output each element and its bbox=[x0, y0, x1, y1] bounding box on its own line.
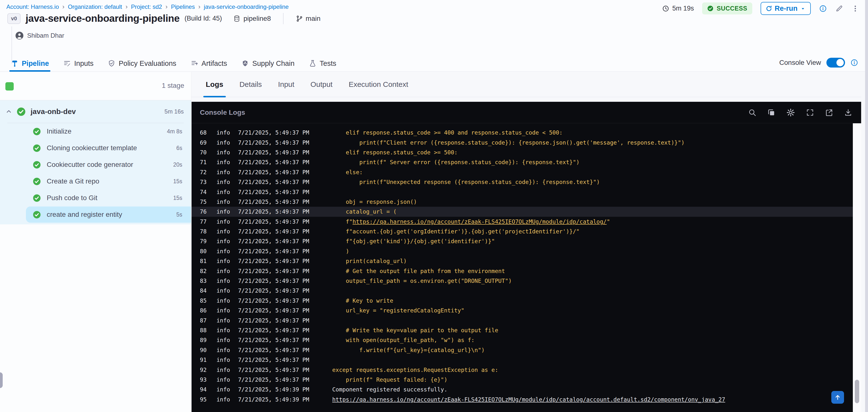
stage-name: java-onb-dev bbox=[31, 107, 76, 116]
chevron-up-icon[interactable] bbox=[5, 108, 12, 115]
breadcrumb-item-account-harness-io[interactable]: Account: Harness.io bbox=[6, 3, 59, 10]
log-line-number: 70 bbox=[200, 149, 211, 156]
log-level: info bbox=[217, 248, 230, 254]
log-line-number: 92 bbox=[200, 367, 211, 373]
log-text: obj = response.json() bbox=[332, 199, 417, 205]
log-text: # Write the key=value pair to the output… bbox=[332, 327, 498, 334]
tab-label: Inputs bbox=[74, 59, 93, 67]
log-timestamp: 7/21/2025, 5:49:37 PM bbox=[238, 199, 326, 205]
left-panel-handle[interactable] bbox=[0, 372, 3, 388]
detail-tab-output[interactable]: Output bbox=[310, 72, 333, 97]
log-line-74: 74info7/21/2025, 5:49:37 PM bbox=[191, 187, 853, 197]
log-text: Component registered successfully. bbox=[332, 386, 447, 393]
step-duration: 20s bbox=[173, 161, 182, 168]
log-line-number: 83 bbox=[200, 278, 211, 284]
step-row-create-and-register-entity[interactable]: create and register entity5s bbox=[0, 206, 191, 223]
step-success-icon bbox=[33, 161, 41, 169]
search-icon[interactable] bbox=[748, 108, 756, 117]
log-level: info bbox=[217, 238, 230, 245]
step-row-cloning-cookiecutter-template[interactable]: Cloning cookiecutter template6s bbox=[0, 140, 191, 156]
log-line-number: 79 bbox=[200, 238, 211, 245]
step-row-create-a-git-repo[interactable]: Create a Git repo15s bbox=[0, 173, 191, 190]
execution-sidebar: 1 stage java-onb-dev 5m 16s Initialize4m… bbox=[0, 72, 191, 412]
log-text: f.write(f"{url_key}={catalog_url}\n") bbox=[332, 347, 485, 353]
branch-chip[interactable]: main bbox=[296, 15, 320, 23]
log-line-number: 81 bbox=[200, 258, 211, 264]
copy-icon[interactable] bbox=[767, 108, 776, 117]
step-name: Push code to Git bbox=[47, 194, 97, 202]
step-row-cookiecutter-code-generator[interactable]: Cookiecutter code generator20s bbox=[0, 156, 191, 173]
stage-row-java-onb-dev[interactable]: java-onb-dev 5m 16s bbox=[0, 100, 191, 123]
clock-icon bbox=[662, 5, 669, 12]
log-line-number: 78 bbox=[200, 228, 211, 234]
console-view-toggle[interactable] bbox=[827, 58, 845, 67]
tab-policy-evaluations[interactable]: Policy Evaluations bbox=[107, 55, 176, 71]
tab-artifacts[interactable]: Artifacts bbox=[191, 55, 227, 71]
tab-pipeline[interactable]: Pipeline bbox=[11, 55, 49, 71]
fullscreen-icon[interactable] bbox=[806, 108, 814, 117]
tab-inputs[interactable]: Inputs bbox=[63, 55, 93, 71]
tab-supply-chain[interactable]: Supply Chain bbox=[241, 55, 294, 71]
log-level: info bbox=[217, 189, 230, 195]
log-timestamp: 7/21/2025, 5:49:37 PM bbox=[238, 307, 326, 314]
log-line-78: 78info7/21/2025, 5:49:37 PM f"account.{o… bbox=[191, 227, 853, 236]
log-line-69: 69info7/21/2025, 5:49:37 PM print(f"Clie… bbox=[191, 137, 853, 147]
step-duration: 15s bbox=[173, 178, 182, 185]
log-level: info bbox=[217, 258, 230, 264]
page-scrollbar[interactable] bbox=[865, 0, 868, 412]
log-timestamp: 7/21/2025, 5:49:37 PM bbox=[238, 248, 326, 254]
log-timestamp: 7/21/2025, 5:49:37 PM bbox=[238, 287, 326, 294]
breadcrumb-item-project-sd2[interactable]: Project: sd2 bbox=[131, 3, 162, 10]
log-line-number: 94 bbox=[200, 386, 211, 393]
log-level: info bbox=[217, 287, 230, 294]
triggered-by: Shibam Dhar bbox=[15, 31, 64, 40]
info-icon[interactable] bbox=[819, 5, 827, 12]
kebab-menu-icon[interactable] bbox=[851, 5, 859, 12]
pipeline-chip[interactable]: pipeline8 bbox=[233, 15, 271, 23]
status-badge: SUCCESS bbox=[702, 2, 752, 14]
log-level: info bbox=[217, 327, 230, 334]
detail-tab-logs[interactable]: Logs bbox=[206, 72, 223, 97]
log-line-number: 80 bbox=[200, 248, 211, 254]
scroll-to-top-button[interactable] bbox=[831, 391, 844, 404]
breadcrumb-item-organization-default[interactable]: Organization: default bbox=[68, 3, 122, 10]
log-level: info bbox=[217, 199, 230, 205]
detail-tab-details[interactable]: Details bbox=[240, 72, 262, 97]
log-line-68: 68info7/21/2025, 5:49:37 PM elif respons… bbox=[191, 128, 853, 137]
log-line-number: 87 bbox=[200, 317, 211, 324]
log-timestamp: 7/21/2025, 5:49:37 PM bbox=[238, 268, 326, 274]
breadcrumb-separator: › bbox=[198, 3, 200, 10]
step-row-push-code-to-git[interactable]: Push code to Git15s bbox=[0, 190, 191, 206]
log-line-73: 73info7/21/2025, 5:49:37 PM print(f"Unex… bbox=[191, 177, 853, 187]
log-line-88: 88info7/21/2025, 5:49:37 PM # Write the … bbox=[191, 325, 853, 335]
detail-tab-bar: LogsDetailsInputOutputExecution Context bbox=[191, 72, 861, 97]
log-level: info bbox=[217, 179, 230, 185]
console-view-info-icon[interactable] bbox=[850, 59, 858, 67]
success-check-icon bbox=[707, 5, 714, 12]
detail-tab-input[interactable]: Input bbox=[278, 72, 294, 97]
breadcrumb-item-pipelines[interactable]: Pipelines bbox=[171, 3, 195, 10]
execution-duration: 5m 19s bbox=[662, 5, 694, 12]
step-row-initialize[interactable]: Initialize4m 8s bbox=[0, 123, 191, 140]
log-scrollbar-thumb[interactable] bbox=[855, 380, 859, 403]
log-line-number: 74 bbox=[200, 189, 211, 195]
tab-tests[interactable]: Tests bbox=[309, 55, 336, 71]
log-link[interactable]: https://qa.harness.io/ng/account/zEaak-F… bbox=[332, 397, 725, 403]
step-success-icon bbox=[33, 194, 41, 202]
detail-tab-execution-context[interactable]: Execution Context bbox=[349, 72, 408, 97]
log-line-79: 79info7/21/2025, 5:49:37 PM f"{obj.get('… bbox=[191, 236, 853, 246]
log-scrollbar[interactable] bbox=[853, 123, 861, 412]
open-in-new-icon[interactable] bbox=[825, 108, 833, 117]
settings-gear-icon[interactable] bbox=[786, 108, 795, 117]
rerun-button[interactable]: Re-run bbox=[761, 2, 811, 15]
step-success-icon bbox=[33, 178, 41, 185]
breadcrumb-item-java-service-onboarding-pipeline[interactable]: java-service-onboarding-pipeline bbox=[204, 3, 289, 10]
download-icon[interactable] bbox=[844, 108, 852, 117]
edit-pencil-icon[interactable] bbox=[835, 5, 843, 12]
log-line-number: 71 bbox=[200, 159, 211, 165]
log-text: print(f" Request failed: {e}") bbox=[332, 377, 447, 383]
log-text: f"account.{obj.get('orgIdentifier')}.{ob… bbox=[332, 228, 580, 234]
log-text: f"{obj.get('kind')}/{obj.get('identifier… bbox=[332, 238, 495, 245]
git-branch-icon bbox=[296, 15, 303, 22]
log-link[interactable]: https://qa.harness.io/ng/account/zEaak-F… bbox=[352, 219, 607, 225]
